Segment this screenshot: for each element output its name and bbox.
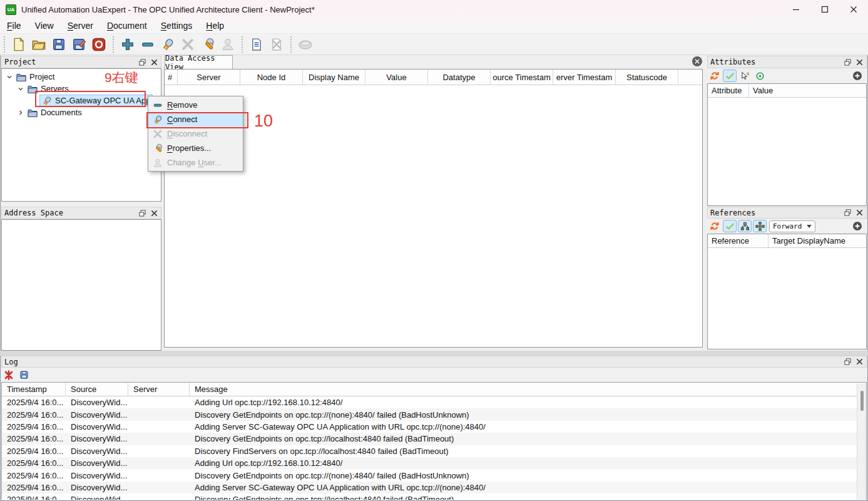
log-row[interactable]: 2025/9/4 16:0... DiscoveryWid... Adding …	[2, 482, 866, 493]
dav-column-header[interactable]: ource Timestam	[491, 70, 553, 85]
add-server-icon[interactable]	[118, 35, 137, 54]
chevron-down-icon[interactable]	[4, 73, 14, 81]
toolbar-drag-handle[interactable]	[4, 36, 5, 53]
log-rows: 2025/9/4 16:0... DiscoveryWid... Adding …	[2, 396, 866, 500]
context-menu-item-properties[interactable]: Properties...	[148, 141, 243, 155]
log-row[interactable]: 2025/9/4 16:0... DiscoveryWid... Adding …	[2, 396, 866, 408]
references-column-header[interactable]: Target DisplayName	[768, 234, 866, 247]
log-row[interactable]: 2025/9/4 16:0... DiscoveryWid... Adding …	[2, 421, 866, 433]
log-row[interactable]: 2025/9/4 16:0... DiscoveryWid... Discove…	[2, 469, 866, 481]
remove-document-icon[interactable]	[267, 35, 286, 54]
attributes-panel: AttributeValue	[707, 83, 867, 206]
attributes-column-header[interactable]: Value	[749, 84, 866, 97]
connect-server-icon[interactable]	[158, 35, 177, 54]
tree-item-sc-gateway-server[interactable]: SC-Gateway OPC UA App	[2, 95, 161, 106]
save-log-icon[interactable]	[17, 369, 31, 381]
open-project-icon[interactable]	[29, 35, 48, 54]
quit-icon[interactable]	[89, 35, 108, 54]
log-header-row: TimestampSourceServerMessage	[2, 383, 866, 396]
dav-column-header[interactable]: Value	[365, 70, 428, 85]
new-project-icon[interactable]	[9, 35, 28, 54]
menu-settings[interactable]: Settings	[154, 19, 200, 34]
dav-column-header[interactable]: Display Name	[303, 70, 365, 85]
log-scrollbar-thumb[interactable]	[860, 391, 864, 411]
tree-view-icon[interactable]	[738, 220, 752, 232]
toolbar-drag-handle[interactable]	[290, 36, 292, 53]
float-panel-icon[interactable]	[842, 208, 852, 218]
close-panel-icon[interactable]	[854, 357, 864, 367]
context-menu-label: Change User...	[167, 158, 222, 167]
dav-column-header[interactable]: Node Id	[240, 70, 303, 85]
toolbar-drag-handle[interactable]	[113, 36, 114, 53]
float-panel-icon[interactable]	[137, 208, 147, 218]
highlight-node-icon[interactable]	[738, 70, 752, 82]
save-project-icon[interactable]	[49, 35, 68, 54]
log-cell-timestamp: 2025/9/4 16:0...	[2, 458, 66, 468]
log-column-header[interactable]: Timestamp	[2, 383, 66, 396]
log-cell-source: DiscoveryWid...	[66, 458, 128, 468]
close-panel-icon[interactable]	[854, 208, 864, 218]
watch-target-icon[interactable]	[753, 70, 767, 82]
clear-log-icon[interactable]	[2, 369, 16, 381]
log-column-header[interactable]: Server	[128, 383, 190, 396]
menu-view[interactable]: View	[28, 19, 61, 34]
dav-column-header[interactable]: erver Timestam	[553, 70, 616, 85]
disconnect-server-icon[interactable]	[178, 35, 197, 54]
log-row[interactable]: 2025/9/4 16:0... DiscoveryWid... Discove…	[2, 433, 866, 445]
save-project-as-icon[interactable]	[69, 35, 88, 54]
tree-item-servers[interactable]: Servers	[2, 83, 161, 95]
close-panel-icon[interactable]	[149, 208, 159, 218]
add-document-icon[interactable]	[247, 35, 266, 54]
follow-target-icon[interactable]	[753, 220, 767, 232]
remove-server-icon[interactable]	[138, 35, 157, 54]
close-icon[interactable]	[839, 0, 868, 19]
close-panel-icon[interactable]	[149, 57, 159, 67]
log-row[interactable]: 2025/9/4 16:0... DiscoveryWid... Discove…	[2, 493, 866, 500]
menu-file[interactable]: File	[0, 19, 28, 34]
chevron-down-icon[interactable]	[16, 85, 26, 93]
dav-column-header[interactable]: #	[165, 70, 178, 85]
log-row[interactable]: 2025/9/4 16:0... DiscoveryWid... Discove…	[2, 445, 866, 457]
float-panel-icon[interactable]	[137, 57, 147, 67]
log-row[interactable]: 2025/9/4 16:0... DiscoveryWid... Discove…	[2, 408, 866, 420]
context-menu-item-disconnect[interactable]: Disconnect	[148, 127, 243, 141]
minimize-icon[interactable]	[782, 0, 810, 19]
log-row[interactable]: 2025/9/4 16:0... DiscoveryWid... Adding …	[2, 457, 866, 469]
attributes-column-header[interactable]: Attribute	[708, 84, 749, 97]
dav-column-header[interactable]: Server	[178, 70, 240, 85]
direction-select[interactable]: Forward	[769, 220, 815, 232]
toolbar-drag-handle[interactable]	[242, 36, 243, 53]
context-menu-item-change-user[interactable]: Change User...	[148, 155, 243, 170]
log-column-header[interactable]: Message	[190, 383, 866, 396]
auto-update-check-icon[interactable]	[723, 70, 737, 82]
dav-column-header[interactable]: Statuscode	[616, 70, 678, 85]
maximize-icon[interactable]	[810, 0, 839, 19]
refresh-icon[interactable]	[708, 70, 722, 82]
chevron-right-icon[interactable]	[16, 109, 26, 116]
refresh-icon[interactable]	[708, 220, 722, 232]
dav-column-header[interactable]: Datatype	[428, 70, 491, 85]
device-icon[interactable]	[296, 35, 315, 54]
close-panel-icon[interactable]	[854, 57, 864, 67]
tree-item-documents[interactable]: Documents	[2, 106, 161, 118]
context-menu-item-connect[interactable]: Connect	[148, 112, 243, 127]
tab-data-access-view[interactable]: Data Access View	[165, 55, 233, 69]
menu-help[interactable]: Help	[199, 19, 231, 34]
log-column-header[interactable]: Source	[66, 383, 128, 396]
float-panel-icon[interactable]	[842, 57, 852, 67]
server-properties-icon[interactable]	[198, 35, 217, 54]
float-panel-icon[interactable]	[842, 357, 852, 367]
change-user-icon[interactable]	[218, 35, 237, 54]
references-column-header[interactable]: Reference	[708, 234, 768, 247]
context-menu-item-remove[interactable]: Remove	[148, 98, 243, 112]
add-circle-icon[interactable]	[850, 70, 864, 82]
menu-server[interactable]: Server	[61, 19, 100, 34]
tree-item-project[interactable]: Project	[2, 71, 161, 83]
log-scrollbar[interactable]	[857, 383, 866, 500]
log-cell-message: Adding Url opc.tcp://192.168.10.12:4840/	[190, 458, 866, 468]
close-tab-icon[interactable]	[692, 56, 702, 66]
log-splitter[interactable]	[0, 351, 868, 356]
auto-update-check-icon[interactable]	[723, 220, 737, 232]
add-circle-icon[interactable]	[850, 220, 864, 232]
menu-document[interactable]: Document	[100, 19, 154, 34]
